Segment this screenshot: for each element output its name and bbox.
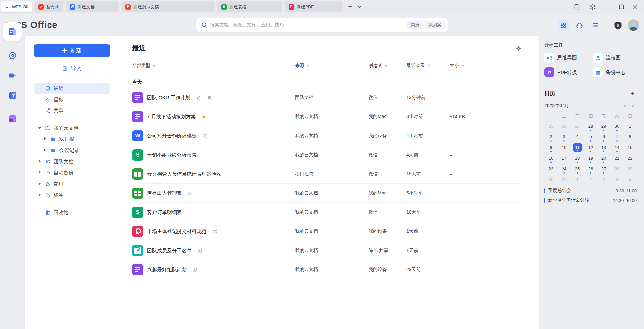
calendar-day[interactable]: 14 (610, 142, 624, 153)
file-row[interactable]: 团队 OKR 工作计划 ★ 团队文档 微信 13分钟前 – (132, 88, 520, 107)
tab-docer-store[interactable]: 稻壳商城 (34, 1, 63, 12)
calendar-day[interactable]: 28 (610, 164, 624, 174)
calendar-day[interactable]: 24 (558, 164, 571, 174)
file-row[interactable]: 营销小组业绩分析报告 ★ 我的云文档 微信 4天前 – (132, 145, 520, 164)
sidebar-item-auto-backup[interactable]: 自动备份 (34, 167, 110, 178)
sidebar-item-recent[interactable]: 最近 (34, 83, 110, 94)
tool-pdf-convert[interactable]: P PDF转换 (544, 67, 593, 77)
file-row[interactable]: 云文档管人员信息统计表理器验收 ★ 项目汇总 微信 15天前 – (132, 164, 520, 184)
main-menu-button[interactable] (590, 20, 601, 31)
sidebar-item-meeting-notes[interactable]: 会议记录 (34, 145, 110, 156)
calendar-day[interactable]: 4 (610, 174, 624, 185)
calendar-day[interactable]: 6 (597, 132, 610, 142)
tab-new-spreadsheet[interactable]: S 新建表格 (217, 1, 282, 12)
new-button[interactable]: 新建 (34, 44, 110, 57)
avatar[interactable] (628, 19, 639, 31)
calendar-day[interactable]: 25 (571, 164, 584, 174)
filter-creator[interactable]: 创建者 (369, 63, 406, 69)
sidebar-item-tags[interactable]: 标签 (34, 190, 110, 201)
apps-grid-button[interactable] (558, 20, 569, 31)
calendar-day[interactable]: 19 (584, 153, 597, 164)
caret-right-icon[interactable] (39, 182, 41, 185)
rail-chat[interactable] (8, 51, 17, 61)
tool-mindmap[interactable]: 思维导图 (544, 53, 593, 63)
file-row[interactable]: 客户订单明细表 ★ 我的云文档 微信 18天前 – (132, 203, 520, 222)
maximize-icon[interactable] (619, 4, 624, 9)
calendar-day[interactable]: 7 (610, 132, 624, 142)
tab-list-dropdown[interactable] (355, 2, 364, 12)
caret-right-icon[interactable] (39, 160, 41, 163)
rail-documents-active[interactable] (3, 22, 22, 41)
calendar-day[interactable]: 29 (597, 121, 610, 132)
file-row[interactable]: 兴趣爱好组队计划 ★ 我的云文档 我的设备 29天前 – (132, 260, 520, 279)
search-tag-plan[interactable]: 策划案 (425, 21, 445, 29)
calendar-day[interactable]: 1 (624, 121, 637, 132)
next-month-button[interactable] (629, 103, 637, 109)
devices-icon[interactable] (574, 4, 580, 10)
sandbox-box-icon[interactable] (589, 4, 596, 10)
add-event-button[interactable]: + (629, 90, 637, 98)
tab-new-pdf[interactable]: P 新建PDF (285, 1, 343, 12)
file-row[interactable]: 公司对外合作协议模板 ★ 我的云文档 我的设备 4小时前 – (132, 126, 520, 145)
calendar-day[interactable]: 26 (584, 164, 597, 174)
calendar-day[interactable]: 10 (558, 142, 571, 153)
filter-all-types[interactable]: 全部类型 (132, 63, 295, 69)
calendar-day[interactable]: 4 (571, 132, 584, 142)
prev-month-button[interactable] (621, 103, 629, 109)
search-bar[interactable]: 搜索文档、模板、文库、应用、技巧... 简历 策划案 (196, 18, 448, 32)
calendar-day[interactable]: 21 (610, 153, 624, 164)
vip-badge-icon[interactable]: S (613, 21, 623, 30)
sidebar-item-starred[interactable]: 星标 (34, 94, 110, 105)
settings-button[interactable] (515, 45, 522, 52)
calendar-day[interactable]: 30 (610, 121, 624, 132)
sidebar-item-team-docs[interactable]: 团队文档 (34, 156, 110, 167)
calendar-day[interactable]: 13 (597, 142, 610, 153)
caret-right-icon[interactable] (39, 171, 41, 174)
rail-apps[interactable] (8, 114, 17, 124)
support-button[interactable] (574, 20, 585, 31)
tool-backup-center[interactable]: 备份中心 (593, 67, 637, 77)
calendar-day[interactable]: 2 (544, 132, 558, 142)
calendar-day[interactable]: 29 (624, 164, 637, 174)
calendar-day[interactable]: 12 (584, 142, 597, 153)
filter-source[interactable]: 来源 (295, 63, 369, 69)
rail-video-meeting[interactable] (8, 71, 17, 80)
calendar-day[interactable]: 11 (571, 142, 584, 153)
sidebar-item-my-cloud-docs[interactable]: 我的云文档 (34, 122, 110, 134)
calendar-day[interactable]: 5 (584, 132, 597, 142)
calendar-day[interactable]: 28 (584, 121, 597, 132)
calendar-day[interactable]: 8 (624, 132, 637, 142)
calendar-day[interactable]: 25 (544, 121, 558, 132)
search-tag-resume[interactable]: 简历 (407, 21, 423, 29)
tool-flowchart[interactable]: 流程图 (593, 53, 637, 63)
calendar-day[interactable]: 2 (584, 174, 597, 185)
calendar-day[interactable]: 5 (624, 174, 637, 185)
rail-calendar[interactable] (8, 90, 17, 100)
caret-right-icon[interactable] (44, 149, 46, 151)
calendar-day[interactable]: 9 (544, 142, 558, 153)
calendar-day[interactable]: 30 (544, 174, 558, 185)
calendar-day[interactable]: 22 (624, 153, 637, 164)
close-icon[interactable] (633, 4, 638, 10)
event-item[interactable]: 季度总结会 9:30–11:00 (544, 186, 637, 195)
calendar-day[interactable]: 3 (597, 174, 610, 185)
calendar-day[interactable]: 18 (571, 153, 584, 164)
minimize-icon[interactable] (605, 4, 610, 10)
filter-last-viewed[interactable]: 最近查看 (406, 63, 450, 69)
calendar-day[interactable]: 16 (544, 153, 558, 164)
new-tab-button[interactable]: + (345, 2, 355, 12)
import-button[interactable]: 导入 (34, 62, 110, 75)
file-row[interactable]: 市场主体登记提交材料规范 ★ 我的云文档 我的设备 1天前 – (132, 222, 520, 241)
calendar-day[interactable]: 27 (597, 164, 610, 174)
event-item[interactable]: 新季度学习计划讨论 14:30–16:00 (544, 195, 637, 205)
tab-new-presentation[interactable]: P 新建演示文稿 (121, 1, 215, 12)
sidebar-item-bimonthly-report[interactable]: 双月报 (34, 134, 110, 145)
calendar-day[interactable]: 3 (558, 132, 571, 142)
calendar-day[interactable]: 17 (558, 153, 571, 164)
calendar-day[interactable]: 31 (558, 174, 571, 185)
caret-right-icon[interactable] (44, 137, 46, 140)
calendar-day[interactable]: 20 (597, 153, 610, 164)
file-row[interactable]: 库存出入管理表 ★ 我的云文档 我的Mac 5小时前 – (132, 184, 520, 203)
sidebar-item-shared[interactable]: 共享 (34, 105, 110, 116)
filter-size[interactable]: 大小 (450, 63, 520, 69)
